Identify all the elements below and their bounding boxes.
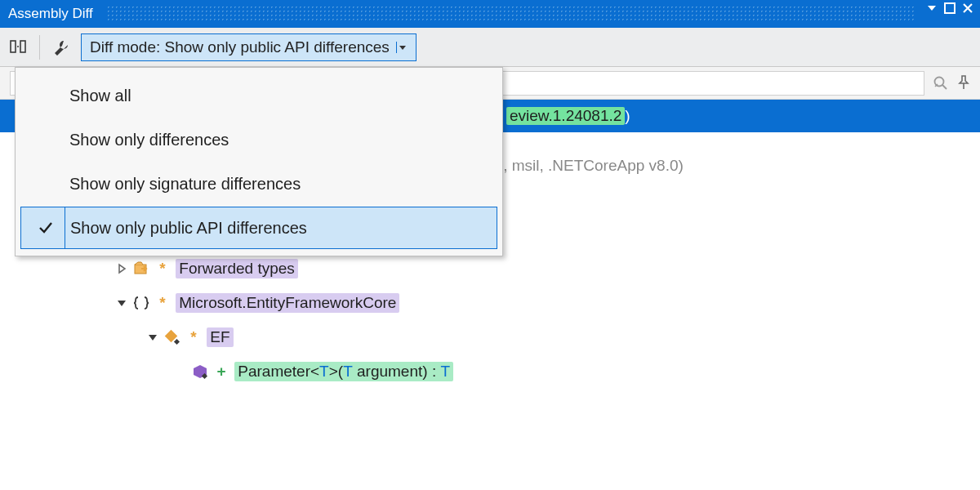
dropdown-item-label: Show only differences [69, 131, 229, 149]
svg-rect-1 [11, 41, 16, 52]
chevron-down-icon[interactable] [396, 42, 412, 53]
dropdown-item-label: Show all [69, 87, 131, 105]
assembly-suffix: , msil, .NETCoreApp v8.0) [503, 157, 684, 175]
diff-mode-combo[interactable]: Diff mode: Show only public API differen… [81, 33, 416, 61]
diff-mode-label: Diff mode: Show only public API differen… [90, 38, 390, 56]
svg-rect-2 [20, 41, 25, 52]
close-icon[interactable] [962, 2, 973, 14]
namespace-icon [132, 295, 150, 311]
forwarded-types-icon [132, 261, 150, 277]
node-label: Forwarded types [176, 259, 298, 278]
check-slot [25, 118, 65, 161]
dropdown-item-show-sig[interactable]: Show only signature differences [20, 163, 497, 205]
collapse-toggle[interactable] [145, 332, 160, 343]
window: Assembly Diff Diff mode: Show only publi… [0, 0, 980, 490]
dropdown-item-show-diff[interactable]: Show only differences [20, 118, 497, 161]
dropdown-item-label: Show only public API differences [70, 219, 307, 238]
method-icon [191, 363, 209, 380]
compare-icon[interactable] [7, 36, 29, 59]
node-label: Microsoft.EntityFrameworkCore [176, 293, 399, 313]
restore-icon[interactable] [944, 2, 956, 14]
wrench-icon[interactable] [50, 36, 73, 59]
collapse-toggle[interactable] [114, 297, 129, 309]
dropdown-item-show-public[interactable]: Show only public API differences [20, 207, 497, 249]
toolbar-separator [39, 35, 40, 60]
node-label: EF [207, 327, 233, 347]
svg-rect-20 [174, 339, 180, 345]
tree-row-namespace[interactable]: * Microsoft.EntityFrameworkCore [0, 286, 980, 320]
titlebar: Assembly Diff [0, 0, 980, 28]
search-row-icons [933, 75, 970, 91]
check-slot [25, 163, 65, 205]
pin-icon[interactable] [957, 75, 970, 91]
diff-mark: * [185, 328, 203, 346]
diff-mark: + [212, 363, 230, 381]
check-icon [26, 207, 65, 248]
tree-row-class[interactable]: * EF [0, 320, 980, 354]
search-icon[interactable] [933, 75, 949, 91]
class-icon [163, 329, 181, 345]
dropdown-item-show-all[interactable]: Show all [20, 74, 497, 117]
method-signature: Parameter<T>(T argument) : T [234, 362, 453, 381]
title-controls [926, 2, 973, 14]
diff-mark: * [154, 294, 172, 312]
tree-row-method[interactable]: + Parameter<T>(T argument) : T [0, 354, 980, 389]
tree-row-forwarded[interactable]: * Forwarded types [0, 252, 980, 286]
diff-mark: * [154, 260, 172, 278]
banner-close-paren: ) [625, 107, 630, 125]
check-slot [25, 74, 65, 117]
dropdown-item-label: Show only signature differences [69, 175, 301, 194]
toolbar: Diff mode: Show only public API differen… [0, 28, 980, 67]
svg-line-5 [942, 85, 947, 89]
window-title: Assembly Diff [8, 6, 93, 22]
window-menu-icon[interactable] [926, 2, 938, 14]
expand-toggle[interactable] [114, 263, 129, 274]
banner-version: eview.1.24081.2 [506, 107, 625, 125]
svg-rect-0 [945, 3, 955, 13]
diff-mode-dropdown: Show all Show only differences Show only… [15, 67, 503, 256]
titlebar-grip[interactable] [106, 5, 915, 23]
